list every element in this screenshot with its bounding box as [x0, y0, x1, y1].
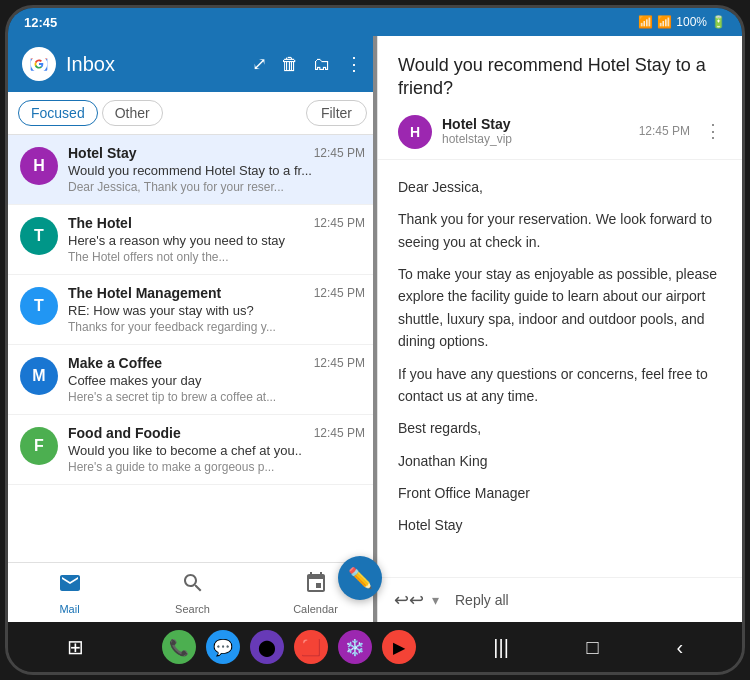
detail-sender-name: Hotel Stay	[442, 116, 629, 132]
nav-square-icon[interactable]: □	[587, 636, 599, 659]
email-body-1: Hotel Stay 12:45 PM Would you recommend …	[68, 145, 365, 194]
sender-1: Hotel Stay	[68, 145, 136, 161]
time-3: 12:45 PM	[314, 286, 365, 300]
preview-4: Here's a secret tip to brew a coffee at.…	[68, 390, 365, 404]
dock-messages-app[interactable]: 💬	[206, 630, 240, 664]
subject-5: Would you like to become a chef at you..	[68, 443, 365, 458]
nav-search[interactable]: Search	[131, 571, 254, 615]
detail-header: Would you recommend Hotel Stay to a frie…	[378, 36, 742, 160]
avatar-2: T	[20, 217, 58, 255]
compose-fab[interactable]: ✏️	[338, 556, 382, 600]
detail-para1: Thank you for your reservation. We look …	[398, 208, 722, 253]
dock-pink-app[interactable]: ❄️	[338, 630, 372, 664]
avatar-1: H	[20, 147, 58, 185]
subject-2: Here's a reason why you need to stay	[68, 233, 365, 248]
detail-sign1: Best regards,	[398, 417, 722, 439]
sender-5: Food and Foodie	[68, 425, 181, 441]
email-item-5[interactable]: F Food and Foodie 12:45 PM Would you lik…	[8, 415, 377, 485]
nav-mail[interactable]: Mail	[8, 571, 131, 615]
preview-1: Dear Jessica, Thank you for your reser..…	[68, 180, 365, 194]
left-panel: Inbox ⤢ 🗑 🗂 ⋮ Focused Other Filter H	[8, 36, 378, 622]
email-item-4[interactable]: M Make a Coffee 12:45 PM Coffee makes yo…	[8, 345, 377, 415]
detail-subject: Would you recommend Hotel Stay to a frie…	[398, 54, 722, 101]
time-1: 12:45 PM	[314, 146, 365, 160]
header-icons: ⤢ 🗑 🗂 ⋮	[252, 53, 363, 75]
detail-avatar: H	[398, 115, 432, 149]
subject-3: RE: How was your stay with us?	[68, 303, 365, 318]
right-panel: Would you recommend Hotel Stay to a frie…	[378, 36, 742, 622]
header-title: Inbox	[66, 53, 242, 76]
detail-body: Dear Jessica, Thank you for your reserva…	[378, 160, 742, 577]
inbox-header: Inbox ⤢ 🗑 🗂 ⋮	[8, 36, 377, 92]
dock-youtube-app[interactable]: ▶	[382, 630, 416, 664]
subject-1: Would you recommend Hotel Stay to a fr..…	[68, 163, 365, 178]
dock-phone-app[interactable]: 📞	[162, 630, 196, 664]
nav-search-label: Search	[175, 603, 210, 615]
gmail-logo	[22, 47, 56, 81]
phone-frame: 12:45 📶 📶 100% 🔋	[5, 5, 745, 675]
signal-icon: 📶	[657, 15, 672, 29]
bottom-nav: Mail Search Calend	[8, 562, 377, 622]
tab-focused[interactable]: Focused	[18, 100, 98, 126]
archive-icon[interactable]: 🗂	[313, 54, 331, 75]
detail-more-icon[interactable]: ⋮	[704, 120, 722, 142]
tab-other[interactable]: Other	[102, 100, 163, 126]
tabs-bar: Focused Other Filter	[8, 92, 377, 135]
reply-all-button[interactable]: Reply all	[447, 588, 517, 612]
expand-replies-icon[interactable]: ▾	[432, 592, 439, 608]
detail-para2: To make your stay as enjoyable as possib…	[398, 263, 722, 353]
battery-icon: 🔋	[711, 15, 726, 29]
subject-4: Coffee makes your day	[68, 373, 365, 388]
time-2: 12:45 PM	[314, 216, 365, 230]
more-icon[interactable]: ⋮	[345, 53, 363, 75]
status-bar: 12:45 📶 📶 100% 🔋	[8, 8, 742, 36]
apps-grid-icon[interactable]: ⊞	[67, 635, 84, 659]
preview-2: The Hotel offers not only the...	[68, 250, 365, 264]
email-item-1[interactable]: H Hotel Stay 12:45 PM Would you recommen…	[8, 135, 377, 205]
email-body-2: The Hotel 12:45 PM Here's a reason why y…	[68, 215, 365, 264]
time-5: 12:45 PM	[314, 426, 365, 440]
dock-red-app[interactable]: 🟥	[294, 630, 328, 664]
avatar-4: M	[20, 357, 58, 395]
sender-4: Make a Coffee	[68, 355, 162, 371]
email-body-4: Make a Coffee 12:45 PM Coffee makes your…	[68, 355, 365, 404]
mail-icon	[58, 571, 82, 601]
status-icons: 📶 📶 100% 🔋	[638, 15, 726, 29]
detail-footer: ↩↩ ▾ Reply all	[378, 577, 742, 622]
battery-text: 100%	[676, 15, 707, 29]
filter-button[interactable]: Filter	[306, 100, 367, 126]
search-icon	[181, 571, 205, 601]
expand-icon[interactable]: ⤢	[252, 53, 267, 75]
detail-sign2: Jonathan King	[398, 450, 722, 472]
preview-5: Here's a guide to make a gorgeous p...	[68, 460, 365, 474]
calendar-icon	[304, 571, 328, 601]
app-dock: 📞 💬 ⬤ 🟥 ❄️ ▶	[162, 630, 416, 664]
status-time: 12:45	[24, 15, 57, 30]
nav-back-icon[interactable]: ‹	[676, 636, 683, 659]
nav-lines-icon[interactable]: |||	[493, 636, 509, 659]
detail-time: 12:45 PM	[639, 124, 690, 138]
detail-sender-email: hotelstay_vip	[442, 132, 629, 146]
fold-line	[373, 36, 377, 622]
wifi-icon: 📶	[638, 15, 653, 29]
phone-bottom-bar: ⊞ 📞 💬 ⬤ 🟥 ❄️ ▶ ||| □ ‹	[8, 622, 742, 672]
reply-arrows-icon[interactable]: ↩↩	[394, 589, 424, 611]
dock-purple-app[interactable]: ⬤	[250, 630, 284, 664]
detail-para3: If you have any questions or concerns, f…	[398, 363, 722, 408]
detail-greeting: Dear Jessica,	[398, 176, 722, 198]
detail-sign3: Front Office Manager	[398, 482, 722, 504]
email-list: H Hotel Stay 12:45 PM Would you recommen…	[8, 135, 377, 562]
email-item-3[interactable]: T The Hotel Management 12:45 PM RE: How …	[8, 275, 377, 345]
time-4: 12:45 PM	[314, 356, 365, 370]
email-body-3: The Hotel Management 12:45 PM RE: How wa…	[68, 285, 365, 334]
compose-icon: ✏️	[348, 566, 373, 590]
preview-3: Thanks for your feedback regarding y...	[68, 320, 365, 334]
sender-3: The Hotel Management	[68, 285, 221, 301]
delete-icon[interactable]: 🗑	[281, 54, 299, 75]
email-body-5: Food and Foodie 12:45 PM Would you like …	[68, 425, 365, 474]
detail-sign4: Hotel Stay	[398, 514, 722, 536]
avatar-3: T	[20, 287, 58, 325]
nav-calendar-label: Calendar	[293, 603, 338, 615]
detail-sender-row: H Hotel Stay hotelstay_vip 12:45 PM ⋮	[398, 113, 722, 149]
email-item-2[interactable]: T The Hotel 12:45 PM Here's a reason why…	[8, 205, 377, 275]
